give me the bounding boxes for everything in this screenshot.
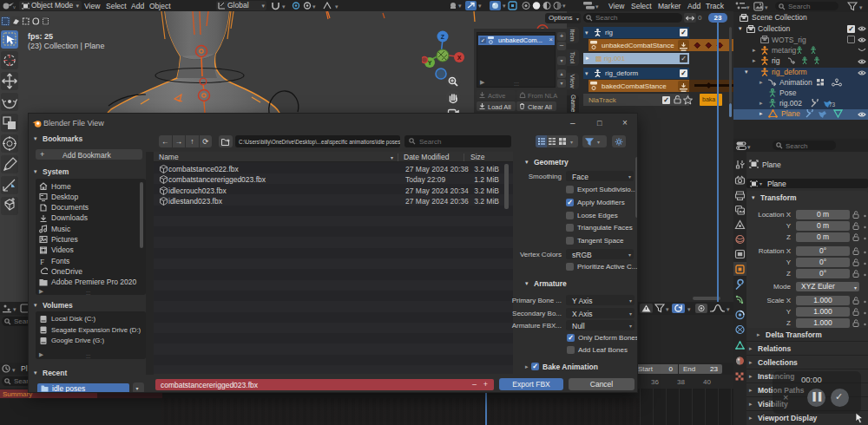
svg-text:▾: ▾ xyxy=(595,3,599,10)
svg-text:▾: ▾ xyxy=(747,143,751,149)
svg-text:F: F xyxy=(40,257,44,265)
svg-text:▾: ▾ xyxy=(562,3,566,9)
svg-text:▾: ▾ xyxy=(746,4,750,10)
svg-text:▾: ▾ xyxy=(666,306,669,312)
svg-text:▾: ▾ xyxy=(13,306,16,312)
svg-text:Y: Y xyxy=(428,60,432,66)
svg-text:▾: ▾ xyxy=(503,3,506,9)
svg-text:▾: ▾ xyxy=(765,3,768,10)
svg-text:Z: Z xyxy=(441,34,445,40)
svg-text:▾: ▾ xyxy=(12,367,16,373)
svg-text:▾: ▾ xyxy=(312,3,316,10)
svg-text:v: v xyxy=(13,4,16,10)
svg-text:▾: ▾ xyxy=(859,3,863,10)
svg-text:▾: ▾ xyxy=(478,3,482,9)
svg-text:▾: ▾ xyxy=(687,306,691,312)
svg-text:▾: ▾ xyxy=(458,3,462,9)
svg-text:▾: ▾ xyxy=(282,3,286,10)
svg-text:X: X xyxy=(457,55,462,61)
svg-text:▾: ▾ xyxy=(727,306,730,312)
svg-text:▾: ▾ xyxy=(335,3,339,10)
